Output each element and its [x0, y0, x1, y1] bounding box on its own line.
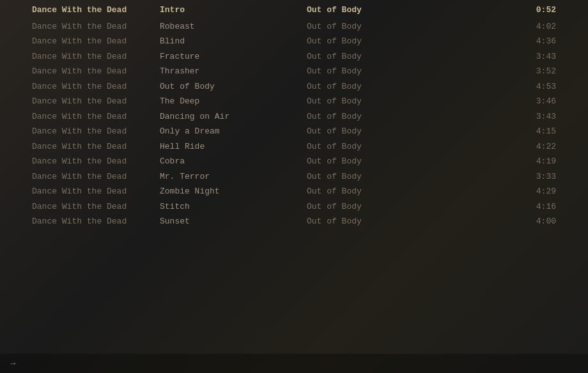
track-duration: 4:15 — [518, 125, 556, 138]
track-duration: 4:00 — [518, 215, 556, 228]
track-duration: 3:43 — [518, 50, 556, 63]
track-title: Thrasher — [160, 65, 307, 78]
track-artist: Dance With the Dead — [32, 20, 160, 33]
track-album: Out of Body — [307, 155, 435, 168]
track-title: Mr. Terror — [160, 171, 307, 183]
table-row[interactable]: Dance With the DeadOnly a DreamOut of Bo… — [0, 124, 588, 139]
track-title: Blind — [160, 35, 307, 48]
track-artist: Dance With the Dead — [32, 215, 160, 228]
track-duration: 4:16 — [518, 201, 556, 213]
track-album: Out of Body — [307, 215, 435, 228]
table-row[interactable]: Dance With the DeadThrasherOut of Body3:… — [0, 64, 588, 79]
track-duration: 4:19 — [518, 155, 556, 168]
track-duration: 3:33 — [518, 171, 556, 183]
track-album: Out of Body — [307, 185, 435, 198]
track-title: The Deep — [160, 95, 307, 108]
table-row[interactable]: Dance With the DeadDancing on AirOut of … — [0, 109, 588, 125]
track-artist: Dance With the Dead — [32, 110, 160, 123]
table-row[interactable]: Dance With the DeadCobraOut of Body4:19 — [0, 154, 588, 169]
track-duration: 3:52 — [518, 65, 556, 78]
track-artist: Dance With the Dead — [32, 35, 160, 48]
track-title: Out of Body — [160, 80, 307, 93]
track-album: Out of Body — [307, 95, 435, 108]
track-title: Fracture — [160, 50, 307, 63]
header-duration: 0:52 — [518, 4, 556, 17]
track-album: Out of Body — [307, 35, 435, 48]
track-album: Out of Body — [307, 125, 435, 138]
track-album: Out of Body — [307, 201, 435, 213]
track-artist: Dance With the Dead — [32, 155, 160, 168]
track-album: Out of Body — [307, 80, 435, 93]
track-album: Out of Body — [307, 65, 435, 78]
track-album: Out of Body — [307, 50, 435, 63]
track-duration: 4:02 — [518, 20, 556, 33]
table-row[interactable]: Dance With the DeadBlindOut of Body4:36 — [0, 34, 588, 49]
track-artist: Dance With the Dead — [32, 201, 160, 213]
track-title: Hell Ride — [160, 141, 307, 153]
track-album: Out of Body — [307, 20, 435, 33]
header-artist: Dance With the Dead — [32, 4, 160, 17]
table-row[interactable]: Dance With the DeadStitchOut of Body4:16 — [0, 199, 588, 215]
track-artist: Dance With the Dead — [32, 185, 160, 198]
track-duration: 3:43 — [518, 110, 556, 123]
header-title: Intro — [160, 4, 307, 17]
track-duration: 3:46 — [518, 95, 556, 108]
table-row[interactable]: Dance With the DeadHell RideOut of Body4… — [0, 139, 588, 155]
table-row[interactable]: Dance With the DeadOut of BodyOut of Bod… — [0, 79, 588, 95]
track-title: Only a Dream — [160, 125, 307, 138]
track-artist: Dance With the Dead — [32, 80, 160, 93]
track-title: Stitch — [160, 201, 307, 213]
track-list: Dance With the Dead Intro Out of Body 0:… — [0, 0, 588, 232]
track-artist: Dance With the Dead — [32, 50, 160, 63]
table-row[interactable]: Dance With the DeadMr. TerrorOut of Body… — [0, 169, 588, 185]
table-row[interactable]: Dance With the DeadSunsetOut of Body4:00 — [0, 214, 588, 229]
track-duration: 4:29 — [518, 185, 556, 198]
table-header: Dance With the Dead Intro Out of Body 0:… — [0, 3, 588, 18]
track-album: Out of Body — [307, 110, 435, 123]
track-title: Robeast — [160, 20, 307, 33]
arrow-icon: → — [10, 358, 15, 369]
track-duration: 4:53 — [518, 80, 556, 93]
track-artist: Dance With the Dead — [32, 141, 160, 153]
track-duration: 4:36 — [518, 35, 556, 48]
track-album: Out of Body — [307, 141, 435, 153]
bottom-bar: → — [0, 354, 588, 373]
track-title: Dancing on Air — [160, 110, 307, 123]
track-artist: Dance With the Dead — [32, 65, 160, 78]
header-album: Out of Body — [307, 4, 435, 17]
track-title: Zombie Night — [160, 185, 307, 198]
table-row[interactable]: Dance With the DeadZombie NightOut of Bo… — [0, 184, 588, 199]
track-title: Sunset — [160, 215, 307, 228]
track-artist: Dance With the Dead — [32, 125, 160, 138]
table-row[interactable]: Dance With the DeadRobeastOut of Body4:0… — [0, 19, 588, 34]
table-row[interactable]: Dance With the DeadFractureOut of Body3:… — [0, 49, 588, 65]
track-album: Out of Body — [307, 171, 435, 183]
track-artist: Dance With the Dead — [32, 171, 160, 183]
track-duration: 4:22 — [518, 141, 556, 153]
table-row[interactable]: Dance With the DeadThe DeepOut of Body3:… — [0, 94, 588, 109]
track-artist: Dance With the Dead — [32, 95, 160, 108]
track-title: Cobra — [160, 155, 307, 168]
